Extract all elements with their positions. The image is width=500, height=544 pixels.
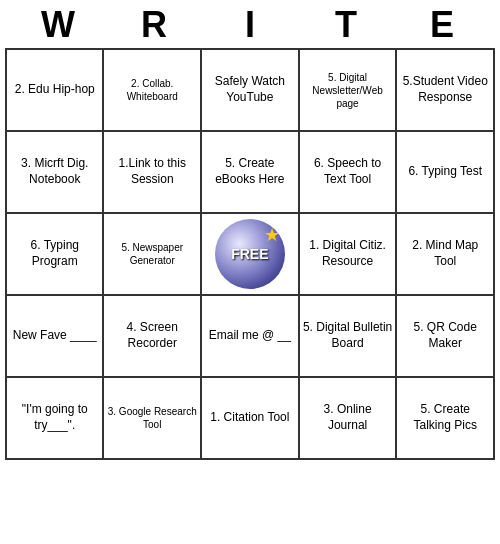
cell-0-0[interactable]: 2. Edu Hip-hop: [6, 49, 103, 131]
header-r: R: [110, 4, 198, 46]
cell-0-1[interactable]: 2. Collab. Whiteboard: [103, 49, 200, 131]
cell-1-4[interactable]: 6. Typing Test: [396, 131, 494, 213]
cell-2-1[interactable]: 5. Newspaper Generator: [103, 213, 200, 295]
cell-0-3[interactable]: 5. Digital Newsletter/Web page: [299, 49, 397, 131]
cell-4-2[interactable]: 1. Citation Tool: [201, 377, 299, 459]
cell-2-3[interactable]: 1. Digital Citiz. Resource: [299, 213, 397, 295]
cell-3-1[interactable]: 4. Screen Recorder: [103, 295, 200, 377]
cell-3-4[interactable]: 5. QR Code Maker: [396, 295, 494, 377]
cell-3-3[interactable]: 5. Digital Bulletin Board: [299, 295, 397, 377]
cell-1-3[interactable]: 6. Speech to Text Tool: [299, 131, 397, 213]
cell-0-2[interactable]: Safely Watch YouTube: [201, 49, 299, 131]
cell-4-4[interactable]: 5. Create Talking Pics: [396, 377, 494, 459]
header-w: W: [14, 4, 102, 46]
cell-1-0[interactable]: 3. Micrft Dig. Notebook: [6, 131, 103, 213]
bingo-grid: 2. Edu Hip-hop2. Collab. WhiteboardSafel…: [5, 48, 495, 460]
cell-0-4[interactable]: 5.Student Video Response: [396, 49, 494, 131]
cell-3-0[interactable]: New Fave ____: [6, 295, 103, 377]
cell-2-2[interactable]: FREE★: [201, 213, 299, 295]
header-e: E: [398, 4, 486, 46]
cell-2-0[interactable]: 6. Typing Program: [6, 213, 103, 295]
cell-2-4[interactable]: 2. Mind Map Tool: [396, 213, 494, 295]
cell-1-2[interactable]: 5. Create eBooks Here: [201, 131, 299, 213]
cell-4-3[interactable]: 3. Online Journal: [299, 377, 397, 459]
bingo-header: W R I T E: [10, 0, 490, 48]
cell-3-2[interactable]: Email me @ __: [201, 295, 299, 377]
cell-4-1[interactable]: 3. Google Research Tool: [103, 377, 200, 459]
cell-4-0[interactable]: "I'm going to try___".: [6, 377, 103, 459]
header-t: T: [302, 4, 390, 46]
header-i: I: [206, 4, 294, 46]
cell-1-1[interactable]: 1.Link to this Session: [103, 131, 200, 213]
